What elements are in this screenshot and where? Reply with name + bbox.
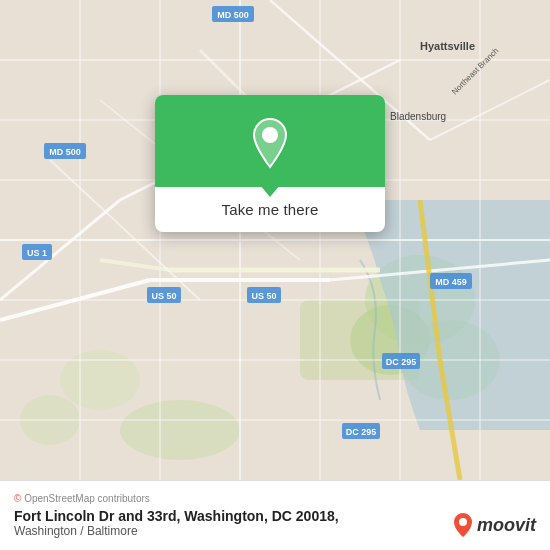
svg-text:US 50: US 50 bbox=[151, 291, 176, 301]
svg-text:Hyattsville: Hyattsville bbox=[420, 40, 475, 52]
moovit-pin-icon bbox=[453, 512, 473, 538]
osm-text: OpenStreetMap contributors bbox=[24, 493, 150, 504]
osm-attribution: © OpenStreetMap contributors bbox=[14, 493, 536, 504]
footer: © OpenStreetMap contributors Fort Lincol… bbox=[0, 480, 550, 550]
svg-point-56 bbox=[262, 127, 278, 143]
map-pin-icon bbox=[248, 117, 292, 169]
svg-point-57 bbox=[459, 518, 467, 526]
map-background: Hyattsville Bladensburg MD 500 MD 500 MD… bbox=[0, 0, 550, 480]
moovit-text: moovit bbox=[477, 515, 536, 536]
location-popup: Take me there bbox=[155, 95, 385, 232]
map-container[interactable]: Hyattsville Bladensburg MD 500 MD 500 MD… bbox=[0, 0, 550, 480]
copyright-symbol: © bbox=[14, 493, 21, 504]
svg-text:MD 500: MD 500 bbox=[49, 147, 81, 157]
svg-text:DC 295: DC 295 bbox=[346, 427, 377, 437]
svg-text:DC 295: DC 295 bbox=[386, 357, 417, 367]
svg-text:MD 500: MD 500 bbox=[217, 10, 249, 20]
svg-point-6 bbox=[60, 350, 140, 410]
svg-text:Bladensburg: Bladensburg bbox=[390, 111, 446, 122]
take-me-there-button[interactable]: Take me there bbox=[222, 201, 319, 218]
svg-text:US 50: US 50 bbox=[251, 291, 276, 301]
svg-point-5 bbox=[120, 400, 240, 460]
moovit-logo: moovit bbox=[453, 512, 536, 538]
popup-pin-area bbox=[155, 95, 385, 187]
svg-text:MD 459: MD 459 bbox=[435, 277, 467, 287]
svg-text:US 1: US 1 bbox=[27, 248, 47, 258]
